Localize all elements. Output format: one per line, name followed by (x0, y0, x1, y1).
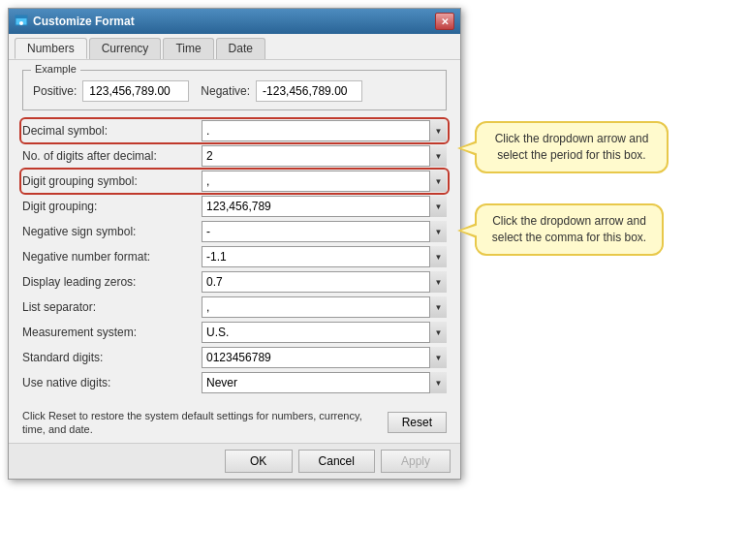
field-label-5: Negative number format: (22, 250, 202, 264)
negative-field: Negative: -123,456,789.00 (201, 80, 362, 102)
form-row-5: Negative number format:-1.1▼ (22, 246, 447, 267)
select-wrapper-7: ,▼ (202, 296, 447, 318)
svg-point-2 (19, 21, 23, 25)
field-label-3: Digit grouping: (22, 200, 202, 213)
dialog-icon (15, 15, 28, 28)
dialog-footer: OK Cancel Apply (9, 443, 460, 479)
example-group-label: Example (31, 63, 80, 75)
field-label-7: List separator: (22, 300, 202, 314)
callout-1-tail-fill (461, 142, 479, 154)
title-bar-left: Customize Format (15, 15, 135, 28)
form-row-7: List separator:,▼ (22, 296, 447, 318)
field-select-2[interactable]: , (202, 171, 447, 192)
fields-container: Decimal symbol:.▼No. of digits after dec… (22, 120, 447, 393)
field-select-7[interactable]: , (202, 296, 447, 318)
select-wrapper-3: 123,456,789▼ (202, 196, 447, 217)
positive-label: Positive: (33, 84, 77, 98)
callout-2-tail-fill (461, 225, 479, 236)
select-wrapper-6: 0.7▼ (202, 271, 447, 293)
field-select-10[interactable]: Never (202, 372, 447, 393)
example-row: Positive: 123,456,789.00 Negative: -123,… (33, 80, 436, 102)
field-label-1: No. of digits after decimal: (22, 149, 202, 163)
field-select-9[interactable]: 0123456789 (202, 347, 447, 368)
title-bar: Customize Format ✕ (9, 9, 460, 34)
form-row-0: Decimal symbol:.▼ (22, 120, 447, 141)
bottom-bar: Click Reset to restore the system defaul… (9, 405, 460, 443)
select-wrapper-5: -1.1▼ (202, 246, 447, 267)
select-wrapper-10: Never▼ (202, 372, 447, 393)
svg-rect-1 (16, 16, 27, 18)
tab-bar: Numbers Currency Time Date (9, 34, 460, 60)
select-wrapper-1: 2▼ (202, 145, 447, 167)
field-label-9: Standard digits: (22, 351, 202, 364)
field-select-3[interactable]: 123,456,789 (202, 196, 447, 217)
field-label-6: Display leading zeros: (22, 275, 202, 289)
positive-value: 123,456,789.00 (82, 80, 189, 102)
field-select-0[interactable]: . (202, 120, 447, 141)
dialog-window: Customize Format ✕ Numbers Currency Time… (8, 8, 461, 480)
field-select-6[interactable]: 0.7 (202, 271, 447, 293)
form-row-8: Measurement system:U.S.▼ (22, 322, 447, 343)
tab-time[interactable]: Time (163, 38, 213, 59)
negative-value: -123,456,789.00 (256, 80, 362, 102)
field-select-5[interactable]: -1.1 (202, 246, 447, 267)
form-row-4: Negative sign symbol:-▼ (22, 221, 447, 242)
field-label-2: Digit grouping symbol: (22, 174, 202, 188)
callout-2-text: Click the dropdown arrow and select the … (492, 214, 646, 244)
example-group: Example Positive: 123,456,789.00 Negativ… (22, 70, 447, 110)
ok-button[interactable]: OK (225, 450, 293, 473)
form-row-6: Display leading zeros:0.7▼ (22, 271, 447, 293)
field-label-10: Use native digits: (22, 376, 202, 389)
field-label-0: Decimal symbol: (22, 124, 202, 138)
tab-currency[interactable]: Currency (89, 38, 162, 59)
negative-label: Negative: (201, 84, 250, 98)
positive-field: Positive: 123,456,789.00 (33, 80, 189, 102)
close-button[interactable]: ✕ (435, 13, 454, 30)
callout-2: Click the dropdown arrow and select the … (475, 203, 664, 256)
select-wrapper-8: U.S.▼ (202, 322, 447, 343)
tab-date[interactable]: Date (216, 38, 265, 59)
field-select-1[interactable]: 2 (202, 145, 447, 167)
form-row-10: Use native digits:Never▼ (22, 372, 447, 393)
tab-numbers[interactable]: Numbers (15, 38, 87, 59)
form-row-1: No. of digits after decimal:2▼ (22, 145, 447, 167)
callout-1-text: Click the dropdown arrow and select the … (495, 132, 649, 162)
field-select-4[interactable]: - (202, 221, 447, 242)
field-label-8: Measurement system: (22, 326, 202, 339)
callout-1: Click the dropdown arrow and select the … (475, 121, 669, 173)
form-row-2: Digit grouping symbol:,▼ (22, 171, 447, 192)
field-select-8[interactable]: U.S. (202, 322, 447, 343)
select-wrapper-9: 0123456789▼ (202, 347, 447, 368)
form-row-9: Standard digits:0123456789▼ (22, 347, 447, 368)
cancel-button[interactable]: Cancel (298, 450, 375, 473)
field-label-4: Negative sign symbol: (22, 225, 202, 238)
reset-note: Click Reset to restore the system defaul… (22, 409, 382, 437)
apply-button[interactable]: Apply (381, 450, 451, 473)
select-wrapper-2: ,▼ (202, 171, 447, 192)
select-wrapper-0: .▼ (202, 120, 447, 141)
reset-button[interactable]: Reset (388, 412, 447, 433)
select-wrapper-4: -▼ (202, 221, 447, 242)
form-row-3: Digit grouping:123,456,789▼ (22, 196, 447, 217)
dialog-title: Customize Format (33, 15, 135, 28)
content-area: Example Positive: 123,456,789.00 Negativ… (9, 60, 460, 405)
